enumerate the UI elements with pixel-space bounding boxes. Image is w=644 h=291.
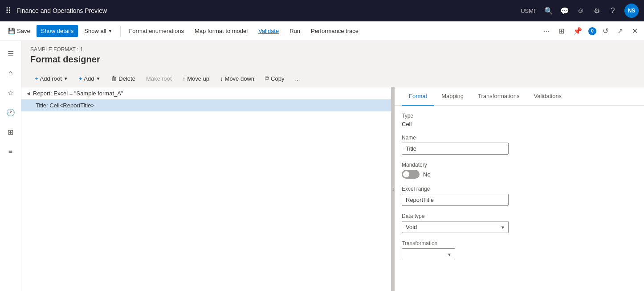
- data-type-select-wrapper: Void String Integer Real Date DateTime B…: [402, 221, 509, 233]
- move-up-icon: ↑: [183, 75, 186, 82]
- data-type-label: Data type: [402, 213, 637, 219]
- apps-icon[interactable]: ⠿: [5, 6, 11, 16]
- tree-item-label: Report: Excel = "Sample format_A": [33, 90, 123, 97]
- toggle-knob: [403, 171, 409, 177]
- tree-item-label-title: Title: Cell<ReportTitle>: [36, 102, 94, 109]
- mandatory-toggle-label: No: [423, 171, 431, 178]
- properties-panel: Format Mapping Transformations Validatio…: [395, 87, 644, 291]
- data-type-field-group: Data type Void String Integer Real Date …: [402, 213, 637, 233]
- add-chevron: ▼: [96, 76, 100, 81]
- tab-validations[interactable]: Validations: [526, 87, 569, 106]
- sidebar-hamburger[interactable]: ☰: [2, 45, 20, 62]
- tab-mapping[interactable]: Mapping: [434, 87, 471, 106]
- top-bar-right: USMF 🔍 💬 ☺ ⚙ ? NS: [521, 4, 639, 18]
- mandatory-toggle[interactable]: [402, 170, 420, 179]
- main-layout: ☰ ⌂ ☆ 🕐 ⊞ ≡ SAMPLE FORMAT : 1 Format des…: [0, 41, 644, 291]
- delete-button[interactable]: 🗑 Delete: [106, 73, 140, 84]
- notification-badge[interactable]: 0: [588, 27, 596, 35]
- toolbar-right: ··· ⊞ 📌 0 ↺ ↗ ✕: [541, 24, 640, 38]
- add-root-button[interactable]: + Add root ▼: [30, 73, 73, 84]
- move-down-icon: ↓: [220, 75, 223, 82]
- chat-icon[interactable]: 💬: [560, 6, 569, 15]
- transformation-select-wrapper: ▼: [402, 248, 455, 260]
- name-label: Name: [402, 135, 637, 141]
- external-link-button[interactable]: ↗: [615, 24, 626, 38]
- delete-icon: 🗑: [111, 75, 117, 82]
- type-value: Cell: [402, 121, 412, 127]
- type-field-group: Type Cell: [402, 113, 637, 127]
- sidebar-home[interactable]: ⌂: [2, 64, 20, 82]
- validate-button[interactable]: Validate: [254, 25, 283, 37]
- data-type-select[interactable]: Void String Integer Real Date DateTime B…: [402, 221, 509, 233]
- more-options-button[interactable]: ···: [541, 25, 552, 38]
- left-sidebar: ☰ ⌂ ☆ 🕐 ⊞ ≡: [0, 41, 21, 291]
- copy-button[interactable]: ⧉ Copy: [261, 73, 289, 84]
- transformation-select[interactable]: [402, 248, 455, 260]
- tab-transformations[interactable]: Transformations: [471, 87, 526, 106]
- content-area: SAMPLE FORMAT : 1 Format designer + Add …: [21, 41, 644, 291]
- collapse-icon: ◀: [27, 91, 30, 96]
- plus-icon: +: [35, 75, 38, 82]
- run-button[interactable]: Run: [285, 25, 305, 37]
- app-title: Finance and Operations Preview: [16, 7, 515, 14]
- close-button[interactable]: ✕: [629, 24, 640, 38]
- sidebar-list[interactable]: ≡: [2, 143, 20, 160]
- transformation-label: Transformation: [402, 240, 637, 246]
- show-details-button[interactable]: Show details: [37, 25, 78, 37]
- help-icon[interactable]: ?: [608, 6, 617, 15]
- emoji-icon[interactable]: ☺: [576, 6, 585, 15]
- performance-trace-button[interactable]: Performance trace: [306, 25, 363, 37]
- sidebar-favorites[interactable]: ☆: [2, 84, 20, 102]
- settings-icon[interactable]: ⚙: [592, 6, 601, 15]
- move-down-button[interactable]: ↓ Move down: [216, 73, 259, 84]
- refresh-button[interactable]: ↺: [600, 24, 611, 38]
- excel-range-label: Excel range: [402, 186, 637, 192]
- name-field-group: Name: [402, 135, 637, 155]
- show-all-button[interactable]: Show all ▼: [80, 25, 117, 37]
- sidebar-workspace[interactable]: ⊞: [2, 123, 20, 141]
- sidebar-recent[interactable]: 🕐: [2, 103, 20, 121]
- type-label: Type: [402, 113, 637, 119]
- move-up-button[interactable]: ↑ Move up: [178, 73, 214, 84]
- props-form: Type Cell Name Mandatory: [395, 106, 644, 275]
- add-root-chevron: ▼: [64, 76, 68, 81]
- tree-item-title[interactable]: Title: Cell<ReportTitle>: [21, 99, 391, 111]
- map-format-to-model-button[interactable]: Map format to model: [190, 25, 252, 37]
- transformation-field-group: Transformation ▼: [402, 240, 637, 260]
- separator-1: [120, 26, 121, 37]
- top-bar: ⠿ Finance and Operations Preview USMF 🔍 …: [0, 0, 644, 21]
- chevron-down-icon: ▼: [108, 29, 113, 33]
- page-title: Format designer: [30, 54, 635, 65]
- props-tabs: Format Mapping Transformations Validatio…: [395, 87, 644, 106]
- search-icon[interactable]: 🔍: [544, 6, 553, 15]
- mandatory-toggle-row: No: [402, 170, 637, 179]
- save-icon: 💾: [8, 28, 15, 34]
- plus-icon-2: +: [79, 75, 82, 82]
- add-button[interactable]: + Add ▼: [74, 73, 105, 84]
- make-root-button: Make root: [142, 73, 176, 84]
- breadcrumb: SAMPLE FORMAT : 1: [30, 46, 635, 53]
- excel-range-input[interactable]: [402, 194, 509, 206]
- tree-item-report[interactable]: ◀ Report: Excel = "Sample format_A": [21, 87, 391, 99]
- copy-icon: ⧉: [265, 75, 269, 82]
- avatar[interactable]: NS: [624, 4, 639, 18]
- tree-panel: ◀ Report: Excel = "Sample format_A" Titl…: [21, 87, 392, 291]
- format-enumerations-button[interactable]: Format enumerations: [124, 25, 188, 37]
- two-panel: ◀ Report: Excel = "Sample format_A" Titl…: [21, 87, 644, 291]
- page-header: SAMPLE FORMAT : 1 Format designer: [21, 41, 644, 70]
- mandatory-field-group: Mandatory No: [402, 162, 637, 179]
- secondary-toolbar: 💾 Save Show details Show all ▼ Format en…: [0, 21, 644, 41]
- grid-view-button[interactable]: ⊞: [556, 24, 567, 38]
- name-input[interactable]: [402, 143, 509, 155]
- save-button[interactable]: 💾 Save: [4, 25, 35, 37]
- tab-format[interactable]: Format: [402, 87, 434, 106]
- more-actions-button[interactable]: ...: [290, 73, 304, 84]
- excel-range-field-group: Excel range: [402, 186, 637, 206]
- action-toolbar: + Add root ▼ + Add ▼ 🗑 Delete Make root …: [21, 70, 644, 87]
- mandatory-label: Mandatory: [402, 162, 637, 168]
- pin-button[interactable]: 📌: [571, 24, 585, 38]
- org-label: USMF: [521, 8, 537, 14]
